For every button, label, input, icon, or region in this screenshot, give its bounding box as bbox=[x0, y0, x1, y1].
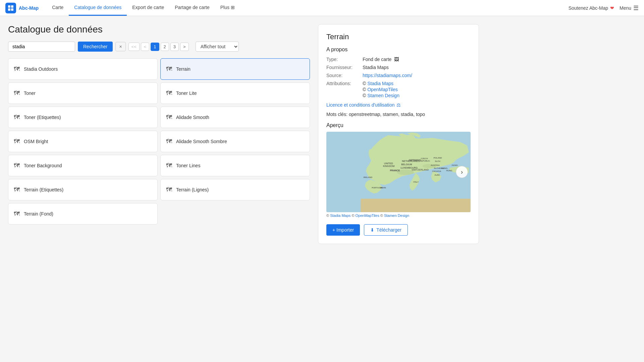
download-button[interactable]: ⬇ Télécharger bbox=[364, 224, 408, 236]
svg-rect-14 bbox=[361, 199, 471, 212]
svg-text:REPUBLIC: REPUBLIC bbox=[420, 160, 430, 162]
nav-plus[interactable]: Plus ⊞ bbox=[215, 0, 240, 16]
catalog-item-toner-background[interactable]: 🗺 Toner Background bbox=[8, 155, 158, 176]
svg-text:POLAND: POLAND bbox=[433, 157, 442, 159]
preview-title: Aperçu bbox=[326, 122, 471, 128]
svg-text:SWITZERLAND: SWITZERLAND bbox=[412, 169, 429, 171]
pag-prev[interactable]: < bbox=[141, 43, 150, 51]
map-icon: 🗺 bbox=[14, 66, 20, 73]
svg-text:SLOV.: SLOV. bbox=[435, 160, 441, 162]
svg-text:GERMANY: GERMANY bbox=[409, 159, 421, 162]
catalog-item-terrain[interactable]: 🗺 Terrain bbox=[160, 58, 310, 80]
item-label: Terrain (Lignes) bbox=[176, 187, 209, 192]
catalog-item-terrain-etiquettes[interactable]: 🗺 Terrain (Etiquettes) bbox=[8, 179, 158, 200]
attribution-stadia[interactable]: Stadia Maps bbox=[367, 81, 393, 86]
item-label: Stadia Outdoors bbox=[24, 66, 58, 72]
attributions-label: Attributions: bbox=[326, 81, 360, 98]
navbar: Abc-Map Carte Catalogue de données Expor… bbox=[0, 0, 644, 16]
search-input[interactable] bbox=[8, 42, 75, 52]
map-preview: UNITED KINGDOM IRELAND NETHERLANDS BELGI… bbox=[326, 132, 471, 218]
app-name: Abc-Map bbox=[19, 5, 39, 11]
scale-icon: ⚖ bbox=[396, 102, 401, 108]
nav-items: Carte Catalogue de données Export de car… bbox=[47, 0, 569, 16]
catalog-item-toner-lite[interactable]: 🗺 Toner Lite bbox=[160, 82, 310, 104]
catalog-item-stadia-outdoors[interactable]: 🗺 Stadia Outdoors bbox=[8, 58, 158, 80]
pag-next[interactable]: > bbox=[180, 43, 189, 51]
catalog-item-toner-lines[interactable]: 🗺 Toner Lines bbox=[160, 155, 310, 176]
hamburger-icon: ☰ bbox=[633, 4, 639, 12]
catalog-item-toner-etiquettes[interactable]: 🗺 Toner (Etiquettes) bbox=[8, 107, 158, 128]
credit-omt[interactable]: OpenMapTiles bbox=[356, 214, 379, 218]
app-logo[interactable]: Abc-Map bbox=[5, 3, 39, 13]
source-label: Source: bbox=[326, 73, 360, 78]
svg-text:KINGDOM: KINGDOM bbox=[383, 165, 394, 168]
pag-page-1[interactable]: 1 bbox=[151, 43, 159, 51]
svg-text:ALBA.: ALBA. bbox=[434, 174, 440, 176]
catalog-item-alidade-smooth[interactable]: 🗺 Alidade Smooth bbox=[160, 107, 310, 128]
svg-text:HUNG.: HUNG. bbox=[446, 169, 453, 172]
right-panel: Terrain A propos Type: Fond de carte 🖼 F… bbox=[318, 24, 479, 244]
left-panel: Catalogue de données Rechercher × << < 1… bbox=[8, 24, 310, 354]
license-link[interactable]: Licence et conditions d'utilisation ⚖ bbox=[326, 102, 471, 108]
svg-text:PORTUGAL: PORTUGAL bbox=[372, 186, 383, 189]
map-icon: 🗺 bbox=[14, 210, 20, 218]
grid-icon: ⊞ bbox=[231, 5, 235, 10]
section-apropos: A propos bbox=[326, 47, 471, 53]
import-button[interactable]: + Importer bbox=[326, 224, 360, 236]
map-icon: 🗺 bbox=[14, 114, 20, 121]
attributions-block: © Stadia Maps © OpenMapTiles © Stamen De… bbox=[363, 81, 399, 98]
svg-text:IRELAND: IRELAND bbox=[364, 176, 373, 178]
clear-button[interactable]: × bbox=[115, 42, 125, 51]
svg-text:UNITED: UNITED bbox=[384, 162, 393, 165]
svg-text:FRANCE: FRANCE bbox=[390, 169, 400, 172]
fournisseur-label: Fournisseur: bbox=[326, 65, 360, 70]
type-label: Type: bbox=[326, 57, 360, 62]
map-icon: 🗺 bbox=[14, 90, 20, 97]
menu-button[interactable]: Menu ☰ bbox=[620, 4, 639, 12]
map-svg: UNITED KINGDOM IRELAND NETHERLANDS BELGI… bbox=[326, 132, 471, 212]
pagination: << < 1 2 3 > bbox=[128, 43, 189, 51]
svg-rect-0 bbox=[8, 5, 10, 8]
credit-stamen[interactable]: Stamen Design bbox=[384, 214, 409, 218]
item-label: Terrain bbox=[176, 66, 191, 72]
search-button[interactable]: Rechercher bbox=[78, 42, 113, 52]
pag-first[interactable]: << bbox=[128, 43, 140, 51]
map-credits: © Stadia Maps © OpenMapTiles © Stamen De… bbox=[326, 214, 471, 218]
pag-page-2[interactable]: 2 bbox=[161, 43, 169, 51]
svg-text:CZECH: CZECH bbox=[421, 157, 428, 160]
map-icon: 🗺 bbox=[166, 162, 172, 169]
map-icon: 🗺 bbox=[166, 138, 172, 145]
catalog-item-terrain-lignes[interactable]: 🗺 Terrain (Lignes) bbox=[160, 179, 310, 200]
source-row: Source: https://stadiamaps.com/ bbox=[326, 73, 471, 78]
credit-stadia[interactable]: Stadia Maps bbox=[330, 214, 351, 218]
map-icon: 🗺 bbox=[166, 66, 172, 73]
catalog-item-terrain-fond[interactable]: 🗺 Terrain (Fond) bbox=[8, 203, 158, 225]
source-link[interactable]: https://stadiamaps.com/ bbox=[363, 73, 412, 78]
nav-carte[interactable]: Carte bbox=[47, 0, 69, 16]
svg-rect-3 bbox=[11, 8, 13, 11]
attribution-omt[interactable]: OpenMapTiles bbox=[367, 87, 398, 92]
catalog-grid: 🗺 Stadia Outdoors 🗺 Terrain 🗺 Toner 🗺 To… bbox=[8, 58, 310, 225]
catalog-item-osm-bright[interactable]: 🗺 OSM Bright bbox=[8, 131, 158, 152]
catalog-item-toner[interactable]: 🗺 Toner bbox=[8, 82, 158, 104]
nav-catalogue[interactable]: Catalogue de données bbox=[69, 0, 127, 16]
catalog-item-alidade-smooth-sombre[interactable]: 🗺 Alidade Smooth Sombre bbox=[160, 131, 310, 152]
pag-page-3[interactable]: 3 bbox=[170, 43, 179, 51]
search-bar: Rechercher × << < 1 2 3 > Afficher tout … bbox=[8, 42, 310, 52]
svg-text:ITALY: ITALY bbox=[413, 181, 419, 183]
filter-select[interactable]: Afficher tout Fond de carte Vecteur Autr… bbox=[196, 42, 239, 52]
item-label: Toner bbox=[24, 90, 36, 96]
svg-rect-1 bbox=[11, 5, 13, 8]
attribution-stamen[interactable]: Stamen Design bbox=[367, 93, 399, 98]
nav-partage[interactable]: Partage de carte bbox=[169, 0, 215, 16]
svg-text:AUSTRIA: AUSTRIA bbox=[431, 164, 440, 166]
nav-export[interactable]: Export de carte bbox=[127, 0, 169, 16]
map-next-arrow[interactable]: › bbox=[456, 166, 468, 178]
item-label: Toner (Etiquettes) bbox=[24, 115, 61, 120]
svg-rect-2 bbox=[8, 8, 10, 11]
item-label: Toner Lines bbox=[176, 163, 200, 168]
svg-text:HUNG.: HUNG. bbox=[441, 167, 448, 169]
fournisseur-value: Stadia Maps bbox=[363, 65, 389, 70]
support-link[interactable]: Soutenez Abc-Map ❤ bbox=[569, 5, 614, 11]
detail-actions: + Importer ⬇ Télécharger bbox=[326, 224, 471, 236]
